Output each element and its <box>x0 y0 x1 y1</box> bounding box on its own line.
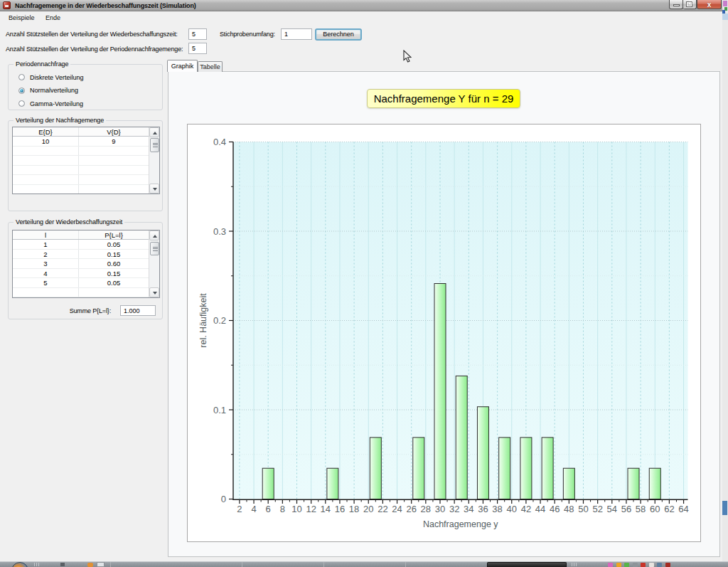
taskbar-icon[interactable] <box>87 563 93 567</box>
radio-selected-icon[interactable] <box>18 88 25 94</box>
svg-text:42: 42 <box>521 504 531 514</box>
wiederbeschaffungszeit-groupbox: Verteilung der Wiederbeschaffungszeit lP… <box>8 222 163 319</box>
tray-icon-6[interactable] <box>649 563 654 567</box>
tray-icon-8[interactable] <box>665 563 670 567</box>
table-cell[interactable]: 5 <box>13 278 79 287</box>
column-header[interactable]: V{D} <box>79 127 149 136</box>
tab-graphik[interactable]: Graphik <box>167 60 198 72</box>
tray-icon-3[interactable] <box>624 563 629 567</box>
scroll-up-icon[interactable] <box>149 127 159 137</box>
table-cell[interactable] <box>13 175 79 184</box>
vertical-scrollbar[interactable] <box>149 127 159 194</box>
tray-icon-4[interactable] <box>633 563 638 567</box>
nachfragemenge-groupbox: Verteilung der Nachfragemenge E{D}V{D}10… <box>8 120 163 211</box>
table-cell[interactable] <box>13 147 79 156</box>
table-cell[interactable] <box>13 185 79 194</box>
radio-unselected-icon[interactable] <box>18 74 25 80</box>
taskbar-separator <box>110 562 111 567</box>
table-cell[interactable] <box>79 185 149 194</box>
svg-text:58: 58 <box>636 504 646 514</box>
menu-item-beispiele[interactable]: Beispiele <box>4 12 39 24</box>
svg-text:28: 28 <box>421 504 431 514</box>
tray-icon-5[interactable] <box>641 563 646 567</box>
scroll-up-icon[interactable] <box>149 230 159 240</box>
anzahl-wbz-input[interactable]: 5 <box>188 28 207 40</box>
table-cell[interactable]: 4 <box>13 269 79 278</box>
table-row[interactable] <box>13 156 149 166</box>
radio-unselected-icon[interactable] <box>18 100 25 107</box>
periodennachfrage-title: Periodennachfrage <box>14 60 70 69</box>
nachfragemenge-table[interactable]: E{D}V{D}109 <box>12 127 160 194</box>
svg-text:64: 64 <box>678 504 688 514</box>
table-cell[interactable]: 2 <box>13 250 79 259</box>
svg-text:4: 4 <box>251 504 256 514</box>
table-cell[interactable] <box>79 288 149 297</box>
svg-text:54: 54 <box>607 504 617 514</box>
restore-button[interactable] <box>683 0 697 9</box>
table-row[interactable]: 109 <box>13 137 149 147</box>
vertical-scrollbar[interactable] <box>149 230 159 297</box>
anzahl-pnm-input[interactable]: 5 <box>188 43 207 54</box>
svg-text:26: 26 <box>406 504 416 514</box>
table-cell[interactable]: 0.60 <box>79 259 149 268</box>
column-header[interactable]: l <box>13 230 79 239</box>
svg-text:0: 0 <box>221 494 226 504</box>
tray-icon-1[interactable] <box>608 563 613 567</box>
table-cell[interactable] <box>13 156 79 165</box>
table-cell[interactable] <box>13 288 79 297</box>
tray-icon-2[interactable] <box>616 563 621 567</box>
bar-chart: 2468101214161820222426283032343638404244… <box>188 124 702 543</box>
tab-tabelle[interactable]: Tabelle <box>198 61 223 72</box>
taskbar-icon[interactable] <box>97 562 105 567</box>
table-row[interactable] <box>13 175 149 185</box>
taskbar-icon[interactable] <box>60 563 65 566</box>
table-header-row: E{D}V{D} <box>13 127 149 137</box>
table-row[interactable] <box>13 147 149 157</box>
table-row[interactable] <box>13 288 149 298</box>
scroll-down-icon[interactable] <box>149 184 159 194</box>
title-bar[interactable]: Nachfragemenge in der Wiederbeschaffungs… <box>0 0 722 11</box>
table-cell[interactable]: 9 <box>79 137 149 146</box>
taskbar-active-button[interactable] <box>487 562 567 567</box>
column-header[interactable]: P{L=l} <box>79 230 149 239</box>
radio-option-1[interactable]: Normalverteilung <box>18 86 78 95</box>
minimize-button[interactable] <box>669 0 683 9</box>
tray-icon-7[interactable] <box>657 563 662 567</box>
summe-input[interactable]: 1.000 <box>120 305 156 316</box>
table-row[interactable]: 50.05 <box>13 278 149 288</box>
table-row[interactable] <box>13 166 149 176</box>
table-cell[interactable]: 0.05 <box>79 240 149 249</box>
table-cell[interactable] <box>79 156 149 165</box>
table-row[interactable]: 20.15 <box>13 250 149 260</box>
table-cell[interactable] <box>79 147 149 156</box>
scrollbar-thumb[interactable] <box>150 138 159 152</box>
scrollbar-thumb[interactable] <box>150 242 159 255</box>
radio-option-0[interactable]: Diskrete Verteilung <box>18 73 84 82</box>
y-axis-title: rel. Häufigkeit <box>198 293 208 348</box>
desktop-sliver <box>722 0 728 561</box>
berechnen-button[interactable]: Berechnen <box>315 28 362 41</box>
table-cell[interactable]: 0.15 <box>79 250 149 259</box>
radio-option-2[interactable]: Gamma-Verteilung <box>18 99 83 108</box>
table-cell[interactable]: 1 <box>13 240 79 249</box>
table-cell[interactable]: 0.15 <box>79 269 149 278</box>
wiederbeschaffungszeit-table[interactable]: lP{L=l}10.0520.1530.6040.1550.05 <box>12 230 160 298</box>
table-row[interactable] <box>13 185 149 194</box>
table-row[interactable]: 30.60 <box>13 259 149 269</box>
table-cell[interactable]: 3 <box>13 259 79 268</box>
table-row[interactable]: 10.05 <box>13 240 149 250</box>
table-cell[interactable]: 0.05 <box>79 278 149 287</box>
stichprobenumfang-input[interactable]: 1 <box>281 28 312 40</box>
table-cell[interactable] <box>79 175 149 184</box>
scroll-down-icon[interactable] <box>149 287 159 297</box>
table-cell[interactable] <box>79 166 149 175</box>
desktop-screen: Nachfragemenge in der Wiederbeschaffungs… <box>0 0 728 567</box>
table-cell[interactable]: 10 <box>13 137 79 146</box>
table-row[interactable]: 40.15 <box>13 269 149 279</box>
svg-text:0.1: 0.1 <box>213 405 226 415</box>
close-button[interactable]: x <box>697 0 722 9</box>
menu-item-ende[interactable]: Ende <box>41 12 65 24</box>
svg-text:24: 24 <box>392 504 402 514</box>
column-header[interactable]: E{D} <box>13 127 79 136</box>
table-cell[interactable] <box>13 166 79 175</box>
